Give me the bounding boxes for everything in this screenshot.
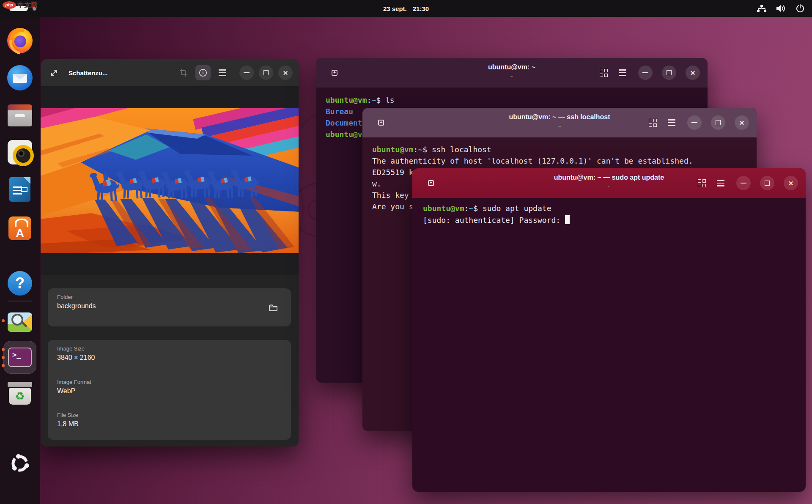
file-size-label: File Size bbox=[57, 412, 291, 418]
ubuntu-logo-icon bbox=[8, 452, 32, 475]
terminal-icon bbox=[8, 348, 32, 367]
dock-item-trash[interactable] bbox=[7, 380, 33, 406]
terminal-line: The authenticity of host 'localhost (127… bbox=[372, 155, 757, 167]
minimize-button[interactable] bbox=[687, 115, 702, 130]
close-button[interactable]: ✕ bbox=[784, 176, 798, 190]
fullscreen-icon[interactable] bbox=[47, 65, 62, 80]
folder-card: Folder backgrounds bbox=[48, 288, 291, 326]
menu-icon[interactable] bbox=[215, 65, 230, 80]
help-icon bbox=[8, 271, 32, 296]
image-format-label: Image Format bbox=[57, 379, 291, 385]
running-indicator-dot bbox=[2, 364, 5, 367]
file-size-value: 1,8 MB bbox=[57, 420, 291, 428]
minimize-button[interactable] bbox=[638, 66, 653, 80]
close-button[interactable]: ✕ bbox=[278, 66, 293, 80]
close-button[interactable]: ✕ bbox=[735, 115, 749, 130]
magnifier-icon bbox=[11, 314, 23, 326]
firefox-icon bbox=[7, 28, 33, 53]
terminal-screen[interactable]: ubuntu@vm:~$ sudo apt update[sudo: authe… bbox=[412, 198, 806, 492]
terminal-line: ubuntu@vm:~$ ssh localhost bbox=[372, 144, 757, 155]
info-button[interactable] bbox=[195, 65, 211, 80]
dock-item-thunderbird[interactable] bbox=[7, 65, 33, 91]
running-indicator-dot bbox=[2, 319, 5, 322]
image-viewer-icon bbox=[8, 312, 32, 332]
system-status-area[interactable] bbox=[757, 0, 804, 17]
clock-date: 23 sept. bbox=[383, 5, 407, 12]
open-folder-button[interactable] bbox=[265, 299, 282, 316]
running-indicator-dot bbox=[2, 356, 5, 359]
dock-item-app-center[interactable] bbox=[7, 215, 33, 241]
image-viewer-window: Schattenzu... ✕ bbox=[41, 59, 299, 446]
crop-icon[interactable] bbox=[176, 65, 191, 80]
maximize-button[interactable] bbox=[711, 115, 725, 130]
php-logo-badge: php bbox=[3, 1, 16, 9]
maximize-button[interactable] bbox=[259, 66, 273, 80]
top-bar: 23 sept. 21:30 bbox=[0, 0, 812, 17]
libreoffice-writer-icon bbox=[9, 177, 30, 202]
properties-panel: Folder backgrounds Image Size 3840 × 216… bbox=[41, 275, 299, 446]
dock bbox=[0, 17, 40, 504]
image-viewport[interactable] bbox=[41, 87, 299, 275]
running-indicator-dot bbox=[2, 348, 5, 351]
minimize-button[interactable] bbox=[736, 176, 751, 190]
folder-icon bbox=[269, 303, 278, 312]
dock-item-image-viewer[interactable] bbox=[7, 307, 33, 334]
window-title: Schattenzu... bbox=[69, 69, 108, 77]
maximize-button[interactable] bbox=[760, 176, 774, 190]
minimize-button[interactable] bbox=[239, 66, 254, 80]
clock-time: 21:30 bbox=[413, 5, 429, 12]
dock-item-rhythmbox[interactable] bbox=[7, 139, 33, 165]
dock-item-libreoffice-writer[interactable] bbox=[7, 176, 33, 203]
dock-item-console[interactable] bbox=[7, 344, 33, 370]
dock-separator bbox=[8, 301, 32, 301]
text-cursor bbox=[565, 215, 570, 224]
tab-overview-icon[interactable] bbox=[698, 179, 706, 187]
menu-icon[interactable] bbox=[668, 119, 675, 126]
terminal-headerbar[interactable]: ubuntu@vm: ~ — ssh localhost ~ ✕ bbox=[362, 108, 757, 137]
close-button[interactable]: ✕ bbox=[686, 66, 700, 80]
tab-overview-icon[interactable] bbox=[600, 69, 608, 77]
menu-icon[interactable] bbox=[619, 69, 626, 76]
dock-item-firefox[interactable] bbox=[7, 27, 33, 54]
thunderbird-icon bbox=[7, 65, 33, 90]
maximize-button[interactable] bbox=[662, 66, 676, 80]
terminal-window-sudo: ubuntu@vm: ~ — sudo apt update ~ ✕ ubunt… bbox=[412, 168, 806, 492]
tab-overview-icon[interactable] bbox=[649, 119, 657, 127]
image-info-card: Image Size 3840 × 2160 Image Format WebP… bbox=[48, 340, 291, 440]
terminal-line: [sudo: authenticate] Password: bbox=[423, 214, 806, 225]
volume-icon[interactable] bbox=[776, 5, 786, 12]
files-icon bbox=[8, 108, 32, 126]
image-viewer-headerbar[interactable]: Schattenzu... ✕ bbox=[41, 59, 299, 87]
dock-item-help[interactable] bbox=[7, 270, 33, 296]
folder-label: Folder bbox=[57, 294, 291, 300]
image-size-value: 3840 × 2160 bbox=[57, 354, 291, 362]
image-format-value: WebP bbox=[57, 387, 291, 395]
app-center-icon bbox=[8, 216, 31, 240]
terminal-line: ubuntu@vm:~$ sudo apt update bbox=[423, 203, 806, 214]
dock-item-show-apps[interactable] bbox=[7, 450, 33, 477]
terminal-headerbar[interactable]: ubuntu@vm: ~ ~ ✕ bbox=[316, 58, 708, 88]
menu-icon[interactable] bbox=[717, 180, 724, 186]
rhythmbox-icon bbox=[8, 140, 32, 164]
dock-item-files[interactable] bbox=[7, 102, 33, 128]
network-icon[interactable] bbox=[757, 5, 766, 12]
php-watermark: php 中文网 bbox=[3, 1, 38, 9]
image-size-label: Image Size bbox=[57, 345, 291, 352]
terminal-headerbar[interactable]: ubuntu@vm: ~ — sudo apt update ~ ✕ bbox=[412, 168, 806, 198]
photo-camel-caravan bbox=[41, 108, 299, 253]
terminal-line: ubuntu@vm:~$ ls bbox=[326, 94, 708, 106]
clock[interactable]: 23 sept. 21:30 bbox=[383, 0, 429, 17]
folder-value: backgrounds bbox=[57, 302, 291, 310]
watermark-text: 中文网 bbox=[17, 1, 38, 9]
trash-icon bbox=[9, 388, 31, 405]
power-icon[interactable] bbox=[796, 4, 804, 13]
